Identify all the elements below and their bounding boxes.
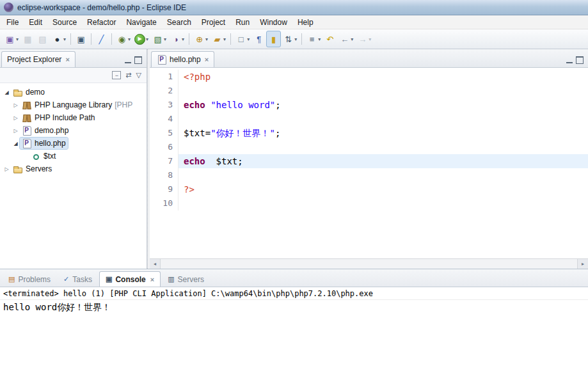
tree-item-demo[interactable]: ◢demo [0, 86, 147, 99]
menu-search[interactable]: Search [162, 17, 196, 28]
menu-run[interactable]: Run [230, 17, 255, 28]
expand-arrow-icon[interactable]: ▷ [12, 128, 20, 134]
dropdown-arrow-icon[interactable]: ▾ [16, 36, 19, 42]
expand-arrow-icon[interactable]: ▷ [12, 102, 20, 108]
tree-item-servers[interactable]: ▷Servers [0, 162, 147, 175]
dropdown-arrow-icon[interactable]: ▾ [146, 36, 148, 42]
collapse-arrow-icon[interactable]: ◢ [12, 141, 20, 146]
dropdown-arrow-icon[interactable]: ▾ [223, 36, 226, 42]
code-line[interactable]: 6 [150, 140, 588, 154]
web-browser-button[interactable]: ●▾ [50, 31, 68, 47]
dropdown-arrow-icon[interactable]: ▾ [205, 36, 208, 42]
sort-icon: ⇅ [283, 34, 294, 45]
tree-item-content: hello.php [20, 138, 68, 149]
back-history-button[interactable]: ←▾ [337, 31, 355, 47]
menu-source[interactable]: Source [47, 17, 82, 28]
tree-item-txt[interactable]: $txt [0, 150, 147, 162]
tree-item-label: $txt [44, 152, 56, 161]
horizontal-scrollbar[interactable]: ◂ ▸ [150, 258, 588, 269]
close-view-icon[interactable]: × [65, 56, 69, 63]
cut-annotation-button[interactable]: ╱ [94, 31, 109, 47]
close-icon[interactable]: × [150, 276, 154, 283]
tree-item-php-language-library[interactable]: ▷PHP Language Library[PHP [0, 99, 147, 111]
menu-project[interactable]: Project [196, 17, 230, 28]
variable-icon [31, 151, 41, 161]
line-number: 7 [150, 154, 179, 168]
code-text: echo "hello word"; [179, 98, 588, 112]
coverage-button[interactable]: ▧▾ [150, 31, 168, 47]
mark-occurrences-button[interactable]: ▮ [266, 31, 281, 47]
last-edit-location-button[interactable]: ↶ [322, 31, 337, 47]
close-tab-icon[interactable]: × [205, 56, 209, 63]
code-line[interactable]: 4 [150, 112, 588, 126]
editor-tabrow: hello.php × [150, 49, 588, 68]
menu-file[interactable]: File [1, 17, 24, 28]
view-menu-icon[interactable]: ▽ [136, 72, 141, 79]
show-whitespace-button[interactable]: ¶ [251, 31, 266, 47]
editor-area: hello.php × 1<?php23echo "hello word";45… [150, 49, 588, 269]
forward-history-button[interactable]: →▾ [355, 31, 373, 47]
dropdown-arrow-icon[interactable]: ▾ [63, 36, 66, 42]
tab-console[interactable]: ▣Console× [99, 271, 161, 287]
tab-project-explorer[interactable]: Project Explorer × [1, 51, 75, 67]
scrollbar-track[interactable] [161, 259, 577, 269]
save-button[interactable]: ▦ [20, 31, 35, 47]
search-toolbar-button[interactable]: ▰▾ [210, 31, 228, 47]
code-line[interactable]: 7echo $txt; [150, 154, 588, 168]
code-line[interactable]: 3echo "hello word"; [150, 98, 588, 112]
tree-item-php-include-path[interactable]: ▷PHP Include Path [0, 111, 147, 124]
dropdown-arrow-icon[interactable]: ▾ [294, 36, 297, 42]
code-line[interactable]: 5$txt="你好！世界！"; [150, 126, 588, 140]
link-with-editor-icon[interactable]: ⇄ [125, 72, 131, 79]
maximize-view-button[interactable] [134, 56, 142, 64]
tree-item-hello-php[interactable]: ◢hello.php [0, 137, 147, 150]
external-tools-button[interactable]: ⊕▾ [192, 31, 210, 47]
print-button[interactable]: ▤ [35, 31, 50, 47]
minimize-editor-button[interactable] [566, 58, 573, 63]
annotations-button[interactable]: ≡▾ [305, 31, 322, 47]
code-line[interactable]: 8 [150, 168, 588, 182]
run-button[interactable]: ▶▾ [132, 31, 150, 47]
tab-hello-php[interactable]: hello.php × [151, 51, 214, 67]
profile-button[interactable]: ◑▾ [168, 31, 186, 47]
sort-button[interactable]: ⇅▾ [281, 31, 299, 47]
menu-refactor[interactable]: Refactor [82, 17, 121, 28]
code-line[interactable]: 2 [150, 84, 588, 98]
code-line[interactable]: 9?> [150, 182, 588, 196]
dropdown-arrow-icon[interactable]: ▾ [128, 36, 131, 42]
scroll-left-arrow-icon[interactable]: ◂ [150, 259, 161, 269]
scroll-right-arrow-icon[interactable]: ▸ [577, 259, 588, 269]
line-number: 4 [150, 112, 179, 126]
collapse-all-icon[interactable]: − [112, 71, 121, 79]
tab-problems[interactable]: ▤Problems [3, 272, 56, 287]
dropdown-arrow-icon[interactable]: ▾ [247, 36, 250, 42]
dropdown-arrow-icon[interactable]: ▾ [164, 36, 166, 42]
menu-window[interactable]: Window [255, 17, 292, 28]
code-line[interactable]: 10 [150, 196, 588, 210]
code-text [179, 140, 588, 154]
collapse-arrow-icon[interactable]: ◢ [3, 90, 11, 95]
menu-help[interactable]: Help [292, 17, 319, 28]
debug-button[interactable]: ◉▾ [115, 31, 132, 47]
dropdown-arrow-icon[interactable]: ▾ [369, 36, 371, 42]
titlebar[interactable]: eclipse-workspace - demo/hello.php - Ecl… [0, 0, 588, 15]
expand-arrow-icon[interactable]: ▷ [3, 166, 11, 172]
line-number: 5 [150, 126, 179, 140]
new-web-element-button[interactable]: □▾ [234, 31, 251, 47]
maximize-editor-button[interactable] [576, 56, 584, 64]
tab-servers[interactable]: ▥Servers [162, 272, 210, 287]
new-wizard-button[interactable]: ▣▾ [3, 31, 20, 47]
open-console-button[interactable]: ▣ [74, 31, 88, 47]
code-line[interactable]: 1<?php [150, 70, 588, 84]
code-editor[interactable]: 1<?php23echo "hello word";45$txt="你好！世界！… [150, 68, 588, 258]
menu-edit[interactable]: Edit [24, 17, 47, 28]
dropdown-arrow-icon[interactable]: ▾ [318, 36, 321, 42]
tab-tasks[interactable]: ✓Tasks [58, 272, 98, 287]
dropdown-arrow-icon[interactable]: ▾ [182, 36, 184, 42]
dropdown-arrow-icon[interactable]: ▾ [351, 36, 353, 42]
minimize-view-button[interactable] [125, 58, 131, 63]
expand-arrow-icon[interactable]: ▷ [12, 115, 20, 121]
folder-icon [13, 164, 23, 174]
tree-item-demo-php[interactable]: ▷demo.php [0, 124, 147, 137]
menu-navigate[interactable]: Navigate [121, 17, 161, 28]
